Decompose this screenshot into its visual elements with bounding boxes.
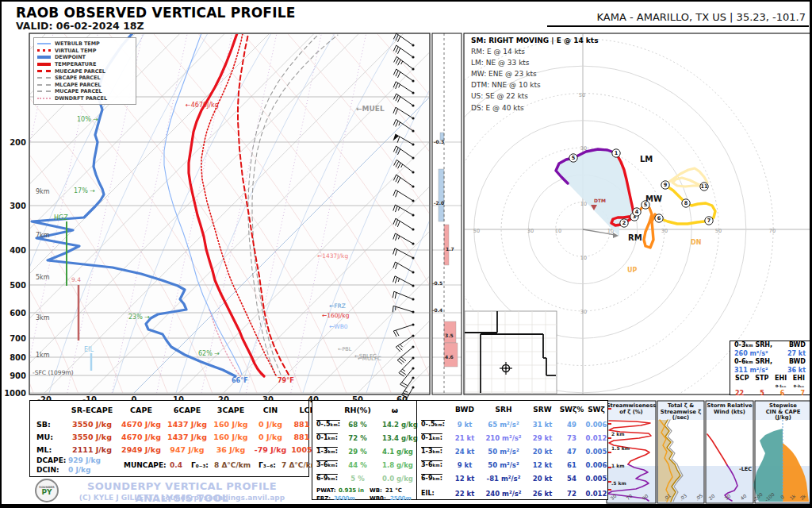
shear-value: 9 kt: [458, 421, 473, 429]
svg-text:-2.0: -2.0: [434, 200, 444, 206]
legend-item: MUCAPE PARCEL: [37, 88, 132, 95]
table-value: 36 J/kg: [216, 445, 246, 454]
shear-value: 0.012: [586, 434, 607, 442]
mixing-ratio-value: 1.8 g/kg: [382, 461, 413, 469]
svg-text:300: 300: [10, 202, 26, 210]
srh-summary-box: 0-3ₖₘ SRH,BWD 260 m²/s²27 kt 0-6ₖₘ SRH,B…: [730, 341, 810, 395]
shear-value: 31 kt: [533, 421, 553, 429]
storm-motion-line: DS: E @ 40 kts: [471, 104, 622, 112]
svg-text:(J/kg): (J/kg): [775, 414, 791, 421]
svg-text:6: 6: [657, 215, 661, 221]
svg-text:10: 10: [555, 228, 561, 234]
wb0-value: 2500m: [390, 495, 412, 502]
svg-text:RM: RM: [628, 233, 642, 242]
frz-value: 3600m: [334, 495, 355, 502]
table-value: -79 J/kg: [255, 445, 287, 454]
svg-text:-0.3: -0.3: [434, 139, 444, 144]
svg-text:800: 800: [10, 353, 26, 362]
rh-header: RH(%): [344, 406, 370, 414]
column-header: BWD: [455, 406, 474, 414]
legend-swatch: [37, 49, 51, 52]
index-header: SCP: [735, 375, 749, 390]
shear-value: 54: [567, 475, 576, 483]
legend-swatch: [37, 77, 51, 79]
svg-text:70: 70: [769, 228, 776, 234]
column-header: 6CAPE: [174, 406, 201, 414]
shear-value: 20 kt: [533, 475, 553, 483]
svg-text:←WB0: ←WB0: [329, 323, 348, 330]
shear-value: 50 m²/s²: [488, 448, 519, 456]
index-header: EHI0-1ₖₘ: [775, 375, 787, 390]
svg-text:50: 50: [715, 228, 722, 234]
row-label: 6-9ₖₘ:: [421, 475, 442, 482]
index-value: 5: [760, 390, 764, 397]
svg-text:900: 900: [10, 371, 26, 380]
svg-text:17% →: 17% →: [74, 187, 95, 194]
shear-value: 26 kt: [533, 490, 553, 498]
storm-motion-line: LM: NE @ 33 kts: [471, 59, 622, 67]
sounding-figure: ←4670J/kg←MUEL10% →17% →9km7km5km3km1km-…: [0, 0, 812, 508]
srh-06-label: 0-6ₖₘ SRH,: [734, 358, 772, 367]
svg-text:11: 11: [700, 183, 708, 190]
legend-label: MUCAPE PARCEL: [55, 88, 102, 94]
wb-label: WB:: [370, 487, 382, 494]
row-label: 0-1ₖₘ:: [316, 434, 338, 441]
row-label: 1-3ₖₘ:: [421, 448, 442, 455]
svg-text:1.7: 1.7: [446, 246, 454, 252]
legend-label: VIRTUAL TEMP: [55, 48, 96, 54]
svg-text:700: 700: [10, 334, 26, 343]
shear-value: 210 m²/s²: [485, 434, 521, 442]
legend-item: TEMPERATURE: [37, 61, 132, 68]
skewt-legend: WETBULB TEMPVIRTUAL TEMPDEWPOINTTEMPERAT…: [33, 37, 136, 105]
svg-text:UP: UP: [627, 267, 637, 274]
srh-03-label: 0-3ₖₘ SRH,: [734, 341, 772, 350]
legend-swatch: [37, 98, 51, 99]
mini-panel: StepwiseCIN & CAPE(J/kg)-200-10001k2k: [752, 401, 811, 503]
svg-text:500: 500: [10, 281, 26, 290]
legend-item: SBCAPE PARCEL: [37, 75, 132, 82]
svg-text:1.5 km: 1.5 km: [611, 445, 630, 451]
srh-06-value: 311 m²/s²: [734, 367, 768, 375]
index-header: EHI0-3ₖₘ: [793, 375, 805, 390]
svg-text:5: 5: [572, 155, 576, 161]
shear-value: 29 kt: [533, 434, 553, 442]
svg-text:30: 30: [661, 228, 668, 234]
table-value: 1437 J/kg: [167, 433, 207, 441]
lapse03-label: Γ₀₋₃:: [191, 461, 209, 469]
shear-value: 50 m²/s²: [488, 461, 519, 469]
dcape-value: 929 J/kg: [68, 456, 101, 464]
svg-text:DN: DN: [691, 239, 701, 246]
legend-item: VIRTUAL TEMP: [37, 48, 132, 55]
shear-value: 20 kt: [533, 448, 553, 456]
storm-motion-line: RM: E @ 14 kts: [471, 48, 622, 56]
footer-credit: (C) KYLE J GILLETT | sounderpysoundings.…: [65, 494, 299, 502]
row-label: 0-.5ₖₘ:: [421, 421, 445, 428]
divider: [547, 25, 809, 27]
svg-text:8: 8: [684, 200, 688, 206]
table-value: 4670 J/kg: [121, 420, 161, 429]
svg-text:2: 2: [622, 220, 626, 226]
rh-value: 68 %: [348, 421, 366, 429]
moisture-shear-tables: RH(%)ω0-.5ₖₘ:68 %14.2 g/kg0-1ₖₘ:72 %13.4…: [312, 400, 608, 500]
frz-label: FRZ:: [316, 495, 331, 502]
omega-strip: -0.3-2.01.7-0.5-0.43.54.6: [432, 33, 462, 394]
divider: [416, 400, 417, 500]
rh-value: 5 %: [350, 475, 364, 483]
svg-text:10: 10: [580, 255, 587, 261]
shear-value: 12 kt: [533, 461, 553, 469]
table-value: 4670 J/kg: [121, 433, 161, 441]
column-header: SWζ: [588, 406, 605, 414]
legend-item: DWNDRFT PARCEL: [37, 95, 132, 102]
pwat-label: PWAT:: [316, 487, 336, 494]
svg-text:Wind (kts): Wind (kts): [714, 409, 745, 415]
shear-value: 73: [567, 434, 576, 442]
column-header: SRW: [533, 406, 551, 414]
rh-value: 44 %: [348, 461, 366, 469]
svg-text:←MULFC: ←MULFC: [358, 356, 381, 362]
svg-text:30: 30: [527, 228, 534, 234]
shear-value: 24 kt: [455, 448, 475, 456]
index-value: 22: [735, 390, 744, 397]
legend-item: MUECAPE PARCEL: [37, 67, 132, 75]
index-header: STP: [755, 375, 768, 390]
legend-label: MUECAPE PARCEL: [55, 68, 105, 75]
